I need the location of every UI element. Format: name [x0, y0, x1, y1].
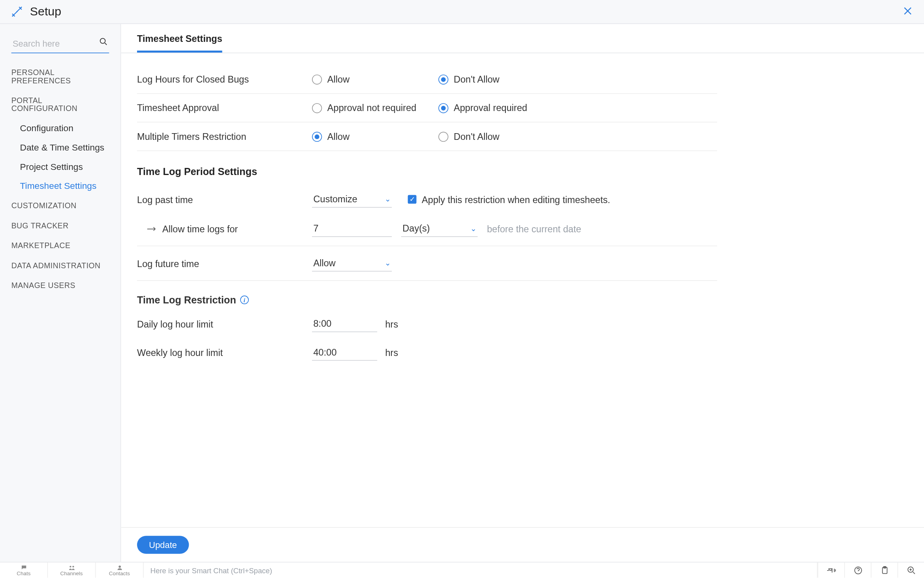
dd-value: Day(s): [402, 223, 430, 233]
clipboard-icon[interactable]: [871, 563, 897, 578]
bottom-tab-label: Channels: [60, 571, 83, 576]
opt-label: Don't Allow: [454, 74, 500, 85]
heading-time-log-period: Time Log Period Settings: [137, 151, 717, 182]
row-closed-bugs: Log Hours for Closed Bugs Allow Don't Al…: [137, 65, 717, 94]
input-daily-limit[interactable]: [312, 316, 377, 332]
smart-chat-placeholder: Here is your Smart Chat (Ctrl+Space): [150, 566, 272, 574]
label-allow-timelogs: Allow time logs for: [162, 223, 238, 234]
arrow-right-icon: [146, 223, 158, 234]
checkbox-apply-restriction[interactable]: ✓: [408, 195, 417, 204]
bottom-bar: Chats Channels Contacts Here is your Sma…: [0, 562, 924, 578]
row-restriction-heading: Time Log Restriction i: [137, 281, 717, 309]
opt-label: Approval required: [454, 102, 527, 113]
svg-point-1: [69, 565, 71, 567]
row-daily-limit: Daily log hour limit hrs: [137, 309, 717, 338]
sidebar: PERSONAL PREFERENCES PORTAL CONFIGURATIO…: [0, 24, 121, 562]
info-icon[interactable]: i: [240, 296, 249, 304]
dd-value: Allow: [313, 258, 335, 268]
radio-closed-bugs-allow[interactable]: [312, 74, 322, 84]
row-allow-timelogs: Allow time logs for Day(s) ⌄ before the …: [137, 212, 717, 247]
label-weekly-limit: Weekly log hour limit: [137, 347, 312, 358]
sidebar-item-project[interactable]: Project Settings: [0, 157, 120, 177]
opt-label: Don't Allow: [454, 131, 500, 142]
bottom-tab-channels[interactable]: Channels: [48, 563, 96, 578]
radio-timers-dontallow[interactable]: [438, 132, 448, 141]
bottom-tab-label: Contacts: [109, 571, 130, 576]
label-daily-limit: Daily log hour limit: [137, 318, 312, 329]
sidebar-heading-personal[interactable]: PERSONAL PREFERENCES: [0, 62, 120, 90]
sidebar-heading-portal[interactable]: PORTAL CONFIGURATION: [0, 90, 120, 119]
chevron-down-icon: ⌄: [385, 259, 391, 267]
radio-timers-allow[interactable]: [312, 132, 322, 141]
svg-point-3: [118, 565, 121, 568]
sidebar-heading-manageusers[interactable]: MANAGE USERS: [0, 275, 120, 296]
sidebar-item-configuration[interactable]: Configuration: [0, 119, 120, 138]
bottom-tab-contacts[interactable]: Contacts: [96, 563, 144, 578]
opt-label: Allow: [327, 131, 349, 142]
svg-point-2: [72, 565, 74, 567]
checkbox-label: Apply this restriction when editing time…: [422, 194, 610, 205]
update-button[interactable]: Update: [137, 536, 189, 554]
row-timers: Multiple Timers Restriction Allow Don't …: [137, 122, 717, 151]
radio-approval-required[interactable]: [438, 103, 448, 113]
plug-icon[interactable]: [817, 563, 844, 578]
chevron-down-icon: ⌄: [470, 224, 476, 233]
dd-log-past[interactable]: Customize ⌄: [312, 191, 392, 208]
sidebar-heading-marketplace[interactable]: MARKETPLACE: [0, 235, 120, 256]
bottom-tab-label: Chats: [17, 571, 30, 576]
sidebar-heading-bugtracker[interactable]: BUG TRACKER: [0, 216, 120, 236]
unit-hrs: hrs: [385, 347, 398, 358]
search-input[interactable]: [11, 35, 109, 53]
radio-approval-notrequired[interactable]: [312, 103, 322, 113]
close-icon[interactable]: [902, 5, 913, 19]
chevron-down-icon: ⌄: [385, 195, 391, 203]
hint-before-date: before the current date: [487, 223, 581, 234]
sidebar-heading-customization[interactable]: CUSTOMIZATION: [0, 196, 120, 216]
sidebar-item-timesheet[interactable]: Timesheet Settings: [0, 176, 120, 196]
update-bar: Update: [121, 527, 924, 562]
label-timers: Multiple Timers Restriction: [137, 131, 312, 142]
row-log-past: Log past time Customize ⌄ ✓ Apply this r…: [137, 183, 717, 212]
label-log-future: Log future time: [137, 258, 312, 269]
input-weekly-limit[interactable]: [312, 344, 377, 361]
unit-hrs: hrs: [385, 318, 398, 329]
opt-label: Allow: [327, 74, 349, 85]
setup-icon: [11, 5, 23, 18]
row-log-future: Log future time Allow ⌄: [137, 246, 717, 281]
bottom-tab-chats[interactable]: Chats: [0, 563, 48, 578]
header-bar: Setup: [0, 0, 924, 24]
smart-chat-input[interactable]: Here is your Smart Chat (Ctrl+Space): [144, 563, 818, 578]
row-approval: Timesheet Approval Approval not required…: [137, 94, 717, 122]
svg-point-0: [100, 38, 105, 43]
row-weekly-limit: Weekly log hour limit hrs: [137, 338, 717, 367]
label-approval: Timesheet Approval: [137, 102, 312, 113]
dd-days-unit[interactable]: Day(s) ⌄: [401, 220, 478, 237]
search-icon[interactable]: [99, 37, 108, 48]
opt-label: Approval not required: [327, 102, 417, 113]
heading-time-log-restriction: Time Log Restriction: [137, 294, 236, 306]
tab-timesheet-settings[interactable]: Timesheet Settings: [137, 33, 222, 53]
input-days-count[interactable]: [312, 220, 392, 237]
content-area: Timesheet Settings Log Hours for Closed …: [121, 24, 924, 562]
label-log-past: Log past time: [137, 194, 312, 205]
radio-closed-bugs-dontallow[interactable]: [438, 74, 448, 84]
page-title: Setup: [30, 5, 61, 19]
dd-value: Customize: [313, 194, 357, 204]
label-closed-bugs: Log Hours for Closed Bugs: [137, 74, 312, 85]
help-icon[interactable]: [844, 563, 871, 578]
zoom-icon[interactable]: [898, 563, 924, 578]
sidebar-heading-dataadmin[interactable]: DATA ADMINISTRATION: [0, 256, 120, 276]
dd-log-future[interactable]: Allow ⌄: [312, 255, 392, 271]
sidebar-item-date-time[interactable]: Date & Time Settings: [0, 138, 120, 157]
